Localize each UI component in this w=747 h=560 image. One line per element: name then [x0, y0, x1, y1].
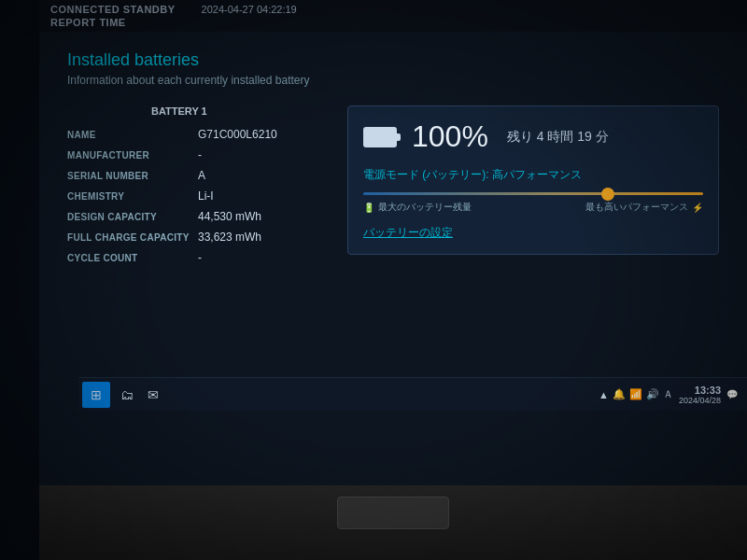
taskbar-file-icon[interactable]: 🗂	[114, 382, 140, 408]
performance-icon: ⚡	[692, 203, 703, 213]
battery-table: BATTERY 1 NAMEG71C000L6210MANUFACTURER-S…	[67, 105, 329, 272]
main-content: Installed batteries Information about ea…	[39, 32, 747, 281]
system-tray: ▲ 🔔 📶 🔊 Ａ	[599, 387, 673, 401]
top-bar: CONNECTED STANDBY 2024-04-27 04:22:19 RE…	[39, 0, 747, 32]
taskbar-end-icon[interactable]: 💬	[726, 389, 738, 399]
power-slider-track[interactable]	[363, 192, 703, 195]
start-button[interactable]: ⊞	[82, 382, 110, 408]
battery-row: DESIGN CAPACITY44,530 mWh	[67, 210, 329, 223]
battery-column-header: BATTERY 1	[151, 105, 329, 117]
taskbar-right: ▲ 🔔 📶 🔊 Ａ 13:33 2024/04/28 💬	[599, 385, 743, 405]
touchpad	[337, 497, 449, 529]
tray-volume-icon[interactable]: 🔊	[646, 388, 659, 400]
slider-left-label: 🔋 最大のバッテリー残量	[363, 201, 472, 214]
battery-saver-icon: 🔋	[363, 203, 374, 213]
tray-ime-icon[interactable]: Ａ	[663, 387, 673, 401]
taskbar-mail-icon[interactable]: ✉	[140, 382, 166, 408]
battery-icon	[363, 127, 397, 147]
battery-percentage: 100%	[412, 119, 488, 154]
laptop-keyboard-area	[39, 485, 747, 560]
taskbar-clock[interactable]: 13:33 2024/04/28	[679, 385, 721, 405]
taskbar-time: 13:33	[679, 385, 721, 396]
section-title: Installed batteries	[67, 50, 719, 70]
slider-right-label: 最も高いパフォーマンス ⚡	[585, 201, 703, 214]
battery-row: NAMEG71C000L6210	[67, 128, 329, 141]
battery-field-value: G71C000L6210	[198, 128, 277, 141]
report-time-label: REPORT TIME	[50, 17, 736, 28]
slider-labels: 🔋 最大のバッテリー残量 最も高いパフォーマンス ⚡	[363, 201, 703, 214]
battery-settings-link[interactable]: バッテリーの設定	[363, 225, 703, 241]
power-slider-thumb[interactable]	[601, 188, 614, 201]
power-mode-value: 高パフォーマンス	[492, 168, 582, 181]
battery-row: SERIAL NUMBERA	[67, 169, 329, 182]
battery-field-label: FULL CHARGE CAPACITY	[67, 232, 198, 243]
power-slider-container: 🔋 最大のバッテリー残量 最も高いパフォーマンス ⚡	[363, 192, 703, 214]
battery-layout: BATTERY 1 NAMEG71C000L6210MANUFACTURER-S…	[67, 105, 719, 272]
battery-field-value: -	[198, 251, 202, 264]
power-mode-label: 電源モード (バッテリー): 高パフォーマンス	[363, 167, 703, 183]
battery-field-label: SERIAL NUMBER	[67, 171, 198, 181]
battery-field-label: CYCLE COUNT	[67, 253, 198, 263]
connected-standby-label: CONNECTED STANDBY	[50, 4, 176, 15]
tray-chevron-icon[interactable]: ▲	[599, 389, 609, 400]
battery-percentage-row: 100% 残り 4 時間 19 分	[363, 119, 703, 154]
battery-row: FULL CHARGE CAPACITY33,623 mWh	[67, 231, 329, 244]
battery-row: CHEMISTRYLi-I	[67, 189, 329, 203]
battery-field-label: MANUFACTURER	[67, 150, 198, 161]
battery-popup: 100% 残り 4 時間 19 分 電源モード (バッテリー): 高パフォーマン…	[347, 105, 719, 255]
battery-row: CYCLE COUNT-	[67, 251, 329, 264]
battery-field-value: A	[198, 169, 205, 182]
battery-field-value: 44,530 mWh	[198, 210, 261, 223]
datetime-label: 2024-04-27 04:22:19	[202, 4, 297, 15]
battery-field-label: NAME	[67, 130, 198, 140]
battery-field-value: -	[198, 148, 202, 161]
battery-field-value: 33,623 mWh	[198, 231, 261, 244]
screen-area: CONNECTED STANDBY 2024-04-27 04:22:19 RE…	[39, 0, 747, 485]
laptop-left-frame	[0, 0, 39, 560]
battery-field-label: CHEMISTRY	[67, 191, 198, 202]
section-subtitle: Information about each currently install…	[67, 74, 719, 87]
battery-row: MANUFACTURER-	[67, 148, 329, 161]
tray-network-icon[interactable]: 📶	[629, 388, 642, 400]
battery-field-value: Li-I	[198, 189, 214, 203]
battery-rows: NAMEG71C000L6210MANUFACTURER-SERIAL NUMB…	[67, 128, 329, 264]
battery-field-label: DESIGN CAPACITY	[67, 212, 198, 222]
tray-notification-icon[interactable]: 🔔	[613, 388, 626, 400]
taskbar-date: 2024/04/28	[679, 396, 721, 405]
start-icon: ⊞	[91, 387, 102, 402]
battery-time-remaining: 残り 4 時間 19 分	[507, 129, 609, 146]
taskbar: ⊞ 🗂 ✉ ▲ 🔔 📶 🔊 Ａ 13:33 2024/04/28 💬	[78, 377, 747, 411]
